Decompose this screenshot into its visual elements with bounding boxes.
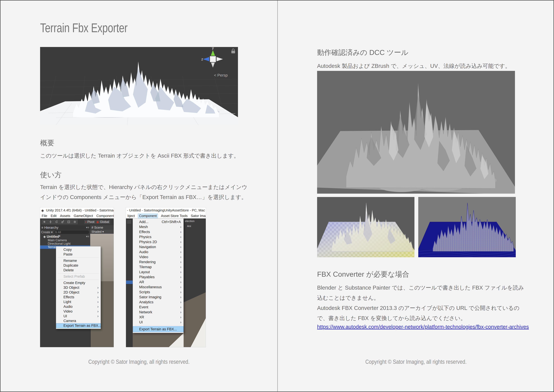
window-title: - Untitled - SatorImagingUnityAssetStore… xyxy=(127,208,206,212)
context-menu-item[interactable]: Export Terrain as FBX... › xyxy=(56,323,101,328)
context-menu-item[interactable]: Video › xyxy=(56,309,101,314)
context-menu-item[interactable]: 3D Object › xyxy=(56,285,101,290)
context-menu-item[interactable]: Create Empty › xyxy=(56,280,101,285)
fbx-converter-archive-link[interactable]: https://www.autodesk.com/developer-netwo… xyxy=(317,324,529,330)
dropdown-menu-item[interactable]: Physics › xyxy=(133,234,183,239)
toolbar-fragment xyxy=(127,220,132,224)
context-menu-item[interactable]: Audio › xyxy=(56,304,101,309)
submenu-arrow-icon: › xyxy=(180,294,181,300)
submenu-arrow-icon: › xyxy=(180,265,181,270)
terrain-render-grayscale xyxy=(317,71,515,194)
dropdown-menu-item[interactable]: XR › xyxy=(133,315,183,320)
menubar-item[interactable]: Component xyxy=(97,214,114,218)
hierarchy-search-input[interactable]: All xyxy=(54,231,89,234)
context-menu-item[interactable]: Duplicate › xyxy=(56,263,101,268)
submenu-arrow-icon: › xyxy=(180,274,181,280)
fbx-line-4: で、書き出した FBX を変換してから読み込んでください。 xyxy=(317,315,466,322)
context-menu-item[interactable]: Select Prefab › xyxy=(56,274,101,279)
rotate-tool-button[interactable] xyxy=(54,219,59,224)
dropdown-menu-item[interactable]: Effects › xyxy=(133,229,183,234)
context-menu-item[interactable]: Copy › xyxy=(56,247,101,252)
editor-toolbar: ▪ Pivot ◉ Global xyxy=(40,218,114,225)
context-menu-item[interactable]: 2D Object › xyxy=(56,290,101,295)
persp-label[interactable]: < Persp xyxy=(214,73,228,77)
dropdown-menu-item[interactable]: Event › xyxy=(133,305,183,310)
submenu-arrow-icon: › xyxy=(97,285,98,290)
dropdown-menu-item[interactable]: Tilemap › xyxy=(133,265,183,270)
context-menu-item[interactable]: Effects › xyxy=(56,295,101,300)
dropdown-menu-item[interactable]: Add... Ctrl+Shift+A › xyxy=(133,219,183,224)
context-menu-item[interactable]: Delete › xyxy=(56,268,101,273)
context-menu-item[interactable]: Camera › xyxy=(56,318,101,323)
menubar-item[interactable]: Edit xyxy=(51,214,57,218)
context-menu-item[interactable]: › xyxy=(57,279,100,280)
window-titlebar[interactable]: ◈ Unity 2017.4.4f1 (64bit) - Untitled - … xyxy=(40,207,114,213)
context-menu-item[interactable]: UI › xyxy=(56,314,101,318)
menubar-item[interactable]: Component xyxy=(138,214,158,218)
dropdown-menu-item[interactable]: Scripts › xyxy=(133,290,183,294)
hierarchy-item[interactable]: Main Camera xyxy=(40,238,90,242)
scene-root-row[interactable]: ◈ Untitled* ▾≡ xyxy=(40,235,90,238)
dropdown-menu-item[interactable]: Physics 2D › xyxy=(133,239,183,245)
fbx-line-3: Autodesk FBX Converter 2013.3 のアーカイブが以下の… xyxy=(317,304,519,312)
submenu-arrow-icon: › xyxy=(180,234,181,239)
hand-tool-button[interactable] xyxy=(42,219,47,224)
usage-heading: 使い方 xyxy=(40,170,62,180)
main-menubar: FileEditAssetsGameObjectComponentAsset S… xyxy=(40,213,114,219)
pivot-global-toggle[interactable]: ▪ Pivot ◉ Global xyxy=(84,220,111,224)
context-menu-item[interactable]: Paste › xyxy=(56,252,101,257)
submenu-arrow-icon: › xyxy=(97,309,98,314)
scene-options-icon[interactable]: ▾≡ xyxy=(86,235,89,238)
terrain-render-checker xyxy=(317,197,415,257)
move-tool-button[interactable] xyxy=(48,219,53,224)
submenu-arrow-icon: › xyxy=(180,300,181,305)
menubar-item[interactable]: bject xyxy=(128,214,135,218)
context-menu-item[interactable]: Light › xyxy=(56,300,101,304)
dropdown-menu-item[interactable]: Playables › xyxy=(133,274,183,280)
context-menu-item[interactable]: › xyxy=(57,273,100,274)
transform-tool-button[interactable] xyxy=(72,219,77,224)
menubar-item[interactable]: Sator Imaging xyxy=(191,214,206,218)
editor-left-strip xyxy=(126,218,133,347)
dropdown-menu-item[interactable]: Analytics › xyxy=(133,300,183,305)
submenu-arrow-icon: › xyxy=(180,310,181,315)
unity-editor-screenshot-component-menu: - Untitled - SatorImagingUnityAssetStore… xyxy=(126,207,206,347)
dropdown-menu-item[interactable]: Miscellaneous › xyxy=(133,285,183,290)
submenu-arrow-icon: › xyxy=(97,300,98,304)
hierarchy-item[interactable]: Directional Light xyxy=(40,242,90,245)
dropdown-menu-item[interactable]: Network › xyxy=(133,310,183,315)
hierarchy-tab[interactable]: ≡ Hierarchy ▾≡ xyxy=(40,225,90,230)
dropdown-menu-item[interactable]: AR › xyxy=(133,280,183,285)
dropdown-menu-item[interactable]: Rendering › xyxy=(133,259,183,265)
dropdown-menu-item[interactable]: Sator Imaging › xyxy=(133,294,183,300)
create-dropdown[interactable]: Create ▾ xyxy=(41,231,53,234)
context-menu-item[interactable]: Rename › xyxy=(56,258,101,263)
menubar-item[interactable]: GameObject xyxy=(74,214,93,218)
dropdown-menu-item[interactable]: UI › xyxy=(133,320,183,325)
dropdown-menu-item[interactable]: Mesh › xyxy=(133,224,183,229)
submenu-arrow-icon: › xyxy=(180,285,181,290)
rect-tool-button[interactable] xyxy=(66,219,71,224)
submenu-arrow-icon: › xyxy=(97,304,98,309)
panel-options-icon[interactable]: ▾≡ xyxy=(86,225,89,230)
menubar-item[interactable]: File xyxy=(42,214,47,218)
dropdown-menu-item[interactable]: Export Terrain as FBX... › xyxy=(133,326,183,332)
tab-scene[interactable]: # Scene xyxy=(90,225,114,230)
submenu-arrow-icon: › xyxy=(180,245,181,249)
dropdown-menu-item[interactable]: › xyxy=(133,325,183,326)
submenu-arrow-icon: › xyxy=(180,249,181,254)
dropdown-menu-item[interactable]: Layout › xyxy=(133,270,183,274)
dropdown-menu-item[interactable]: Video › xyxy=(133,254,183,259)
submenu-arrow-icon: › xyxy=(180,290,181,294)
dropdown-menu-item[interactable]: Navigation › xyxy=(133,245,183,249)
scale-tool-button[interactable] xyxy=(60,219,65,224)
context-menu-item[interactable]: › xyxy=(57,257,100,258)
window-titlebar[interactable]: - Untitled - SatorImagingUnityAssetStore… xyxy=(126,207,206,213)
menubar-item[interactable]: Assets xyxy=(60,214,70,218)
terrain-render-wireframe xyxy=(418,197,516,257)
shaded-dropdown[interactable]: Shaded ▾ xyxy=(90,230,114,234)
dropdown-menu-item[interactable]: Audio › xyxy=(133,249,183,254)
menubar-item[interactable]: Asset Store Tools xyxy=(161,214,187,218)
dcc-heading: 動作確認済みの DCC ツール xyxy=(317,48,408,57)
selection-tab-fragment: election xyxy=(185,219,194,223)
